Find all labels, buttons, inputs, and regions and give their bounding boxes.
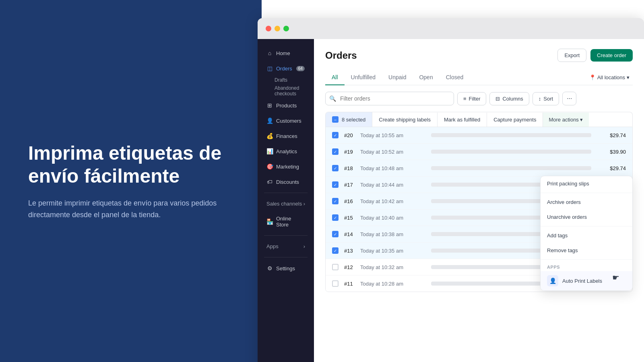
order-number: #16: [344, 198, 360, 204]
row-checkbox[interactable]: ✓: [332, 165, 339, 171]
tab-unpaid[interactable]: Unpaid: [382, 70, 413, 85]
bulk-checkbox[interactable]: –: [332, 116, 339, 123]
table-row[interactable]: ✓ #18 Today at 10:48 am $29.74: [326, 160, 632, 177]
sort-icon: ↕: [539, 96, 541, 102]
row-checkbox[interactable]: ✓: [332, 148, 339, 155]
sidebar-item-drafts[interactable]: Drafts: [260, 76, 312, 84]
dropdown-app-item-auto-print[interactable]: 👤 Auto Print Labels ☛: [541, 271, 632, 290]
sidebar-item-finances[interactable]: 💰 Finances: [260, 129, 312, 143]
mark-fulfilled-button[interactable]: Mark as fulfilled: [438, 113, 487, 127]
location-label: All locations: [597, 74, 625, 80]
marketing-label: Marketing: [276, 164, 299, 170]
analytics-label: Analytics: [276, 148, 297, 154]
customers-label: Customers: [276, 118, 301, 124]
order-number: #12: [344, 264, 360, 270]
dropdown-item-remove-tags[interactable]: Remove tags: [541, 243, 632, 258]
table-row[interactable]: ✓ #19 Today at 10:52 am $39.90: [326, 144, 632, 160]
dropdown-item-unarchive[interactable]: Unarchive orders: [541, 210, 632, 224]
orders-icon: ◫: [266, 65, 273, 72]
sidebar-divider-2: [264, 235, 308, 236]
order-time: Today at 10:48 am: [360, 165, 425, 171]
sidebar-item-discounts[interactable]: 🏷 Discounts: [260, 175, 312, 189]
traffic-lights: [266, 26, 289, 31]
create-shipping-button[interactable]: Create shipping labels: [372, 113, 438, 127]
tab-closed[interactable]: Closed: [440, 70, 470, 85]
location-selector[interactable]: 📍 All locations ▾: [586, 73, 633, 82]
dropdown-divider: [541, 226, 632, 226]
sales-channels-left: Sales channels: [266, 201, 302, 207]
sidebar-item-analytics[interactable]: 📊 Analytics: [260, 144, 312, 158]
finances-icon: 💰: [266, 133, 273, 139]
abandoned-label: Abandoned checkouts: [275, 85, 299, 97]
export-button[interactable]: Export: [557, 49, 586, 62]
tabs: All Unfulfilled Unpaid Open Closed: [325, 70, 470, 85]
sidebar-item-customers[interactable]: 👤 Customers: [260, 113, 312, 128]
page-title: Orders: [325, 50, 357, 61]
location-pin-icon: 📍: [589, 74, 596, 80]
sales-channels-label: Sales channels: [266, 201, 302, 207]
row-checkbox[interactable]: ✓: [332, 231, 339, 237]
sidebar-item-settings[interactable]: ⚙ Settings: [260, 261, 312, 276]
order-number: #19: [344, 149, 360, 155]
sidebar-item-marketing[interactable]: 🎯 Marketing: [260, 159, 312, 174]
order-number: #11: [344, 281, 360, 287]
online-store-icon: 🏪: [266, 218, 273, 225]
order-number: #14: [344, 231, 360, 237]
row-checkbox[interactable]: ✓: [332, 132, 339, 138]
row-checkbox[interactable]: ✓: [332, 247, 339, 254]
order-number: #18: [344, 165, 360, 171]
order-time: Today at 10:52 am: [360, 149, 425, 155]
more-actions-button[interactable]: More actions ▾: [543, 113, 588, 127]
apps-left: Apps: [266, 243, 279, 249]
dropdown-item-add-tags[interactable]: Add tags: [541, 228, 632, 243]
discounts-label: Discounts: [276, 179, 299, 185]
row-checkbox[interactable]: [332, 280, 339, 287]
sidebar-item-orders[interactable]: ◫ Orders 64: [260, 61, 312, 76]
settings-label: Settings: [276, 265, 295, 272]
analytics-icon: 📊: [266, 148, 273, 154]
order-bar: [431, 133, 591, 137]
row-checkbox[interactable]: ✓: [332, 198, 339, 204]
sidebar: ⌂ Home ◫ Orders 64 Drafts Abandoned chec…: [258, 39, 314, 362]
main-content: Orders Export Create order All Unfulfill…: [314, 39, 644, 362]
tab-all[interactable]: All: [325, 70, 345, 85]
apps-label: Apps: [266, 243, 279, 249]
sidebar-item-products[interactable]: ⊞ Products: [260, 98, 312, 113]
maximize-button[interactable]: [283, 26, 289, 31]
order-number: #20: [344, 132, 360, 138]
row-checkbox[interactable]: ✓: [332, 181, 339, 188]
sidebar-item-home[interactable]: ⌂ Home: [260, 46, 312, 60]
order-time: Today at 10:35 am: [360, 248, 425, 254]
columns-button[interactable]: ⊟ Columns: [489, 92, 529, 105]
minimize-button[interactable]: [275, 26, 280, 31]
order-amount: $29.74: [598, 132, 626, 138]
order-number: #15: [344, 215, 360, 221]
sort-button[interactable]: ↕ Sort: [533, 92, 559, 105]
sidebar-item-sales-channels[interactable]: Sales channels ›: [260, 197, 312, 211]
products-icon: ⊞: [266, 102, 273, 109]
dropdown-item-print-packing[interactable]: Print packing slips: [541, 176, 632, 191]
more-options-button[interactable]: ···: [562, 92, 576, 105]
row-checkbox[interactable]: ✓: [332, 214, 339, 221]
sidebar-item-apps[interactable]: Apps ›: [260, 239, 312, 253]
header-actions: Export Create order: [557, 49, 633, 62]
finances-label: Finances: [276, 133, 297, 139]
search-input[interactable]: [325, 92, 454, 105]
sidebar-item-abandoned[interactable]: Abandoned checkouts: [260, 84, 312, 97]
order-amount: $29.74: [598, 165, 626, 171]
order-time: Today at 10:32 am: [360, 264, 425, 270]
bulk-selected: – 8 selected: [326, 112, 372, 127]
table-row[interactable]: ✓ #20 Today at 10:55 am $29.74: [326, 127, 632, 144]
browser-chrome: [258, 18, 644, 39]
filter-button[interactable]: ≡ Filter: [457, 92, 486, 105]
row-checkbox[interactable]: [332, 264, 339, 270]
create-order-button[interactable]: Create order: [590, 49, 633, 62]
sidebar-item-online-store[interactable]: 🏪 Online Store: [260, 212, 312, 232]
sidebar-divider-1: [264, 193, 308, 193]
close-button[interactable]: [266, 26, 271, 31]
tab-unfulfilled[interactable]: Unfulfilled: [345, 70, 382, 85]
tab-open[interactable]: Open: [413, 70, 439, 85]
dropdown-item-archive[interactable]: Archive orders: [541, 195, 632, 210]
apps-arrow: ›: [303, 243, 305, 249]
capture-payments-button[interactable]: Capture payments: [487, 113, 543, 127]
